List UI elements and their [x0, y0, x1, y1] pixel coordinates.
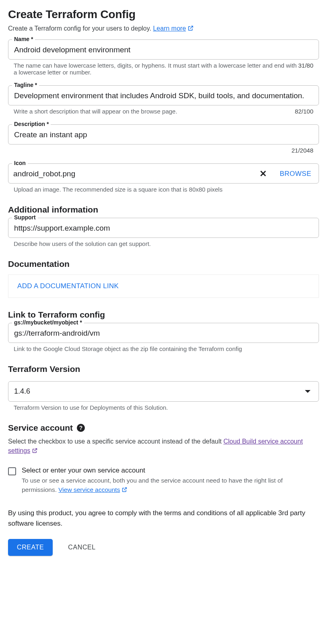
icon-helper: Upload an image. The recommended size is… — [14, 186, 319, 193]
own-service-account-sub: To use or see a service account, both yo… — [22, 476, 319, 494]
tagline-label: Tagline * — [12, 82, 39, 88]
tagline-input[interactable] — [13, 91, 314, 101]
external-link-icon — [121, 487, 128, 493]
documentation-section-title: Documentation — [8, 259, 319, 269]
subtitle: Create a Terraform config for your users… — [8, 25, 319, 32]
external-link-icon — [32, 448, 38, 454]
chevron-down-icon — [305, 390, 311, 393]
icon-label: Icon — [12, 160, 28, 166]
support-label: Support — [12, 214, 38, 221]
support-helper: Describe how users of the solution can g… — [14, 240, 319, 247]
name-helper: The name can have lowercase letters, dig… — [14, 62, 298, 76]
description-counter: 21/2048 — [292, 147, 313, 154]
subtitle-text: Create a Terraform config for your users… — [8, 25, 153, 32]
own-service-account-label: Select or enter your own service account — [22, 466, 319, 475]
additional-section-title: Additional information — [8, 205, 319, 215]
tflink-helper: Link to the Google Cloud Storage object … — [14, 345, 319, 352]
name-label: Name * — [12, 36, 35, 42]
tfversion-section-title: Terraform Version — [8, 364, 319, 374]
support-input[interactable] — [13, 223, 314, 233]
close-icon: ✕ — [259, 169, 267, 179]
view-service-accounts-link[interactable]: View service accounts — [58, 486, 128, 493]
tagline-counter: 82/100 — [295, 108, 313, 115]
learn-more-link[interactable]: Learn more — [153, 25, 194, 32]
description-label: Description * — [12, 121, 51, 127]
help-icon[interactable]: ? — [77, 424, 85, 432]
name-input[interactable] — [13, 45, 314, 55]
name-counter: 31/80 — [298, 62, 313, 76]
add-documentation-link-button[interactable]: ADD A DOCUMENTATION LINK — [17, 282, 119, 290]
tflink-label: gs://mybucket/myobject * — [12, 319, 84, 326]
clear-icon-button[interactable]: ✕ — [255, 169, 271, 179]
tfversion-value: 1.4.6 — [14, 387, 30, 396]
own-service-account-checkbox[interactable] — [8, 467, 16, 475]
tagline-helper: Write a short description that will appe… — [14, 108, 295, 115]
tfversion-select[interactable]: 1.4.6 — [8, 381, 319, 402]
browse-button[interactable]: BROWSE — [274, 170, 314, 178]
external-link-icon — [187, 25, 194, 31]
page-title: Create Terraform Config — [8, 8, 319, 21]
tos-text: By using this product, you agree to comp… — [8, 508, 319, 528]
service-desc: Select the checkbox to use a specific se… — [8, 437, 319, 455]
tflink-section-title: Link to Terraform config — [8, 310, 319, 320]
create-button[interactable]: CREATE — [8, 539, 53, 556]
tflink-input[interactable] — [13, 328, 314, 338]
description-input[interactable] — [13, 130, 314, 140]
cancel-button[interactable]: CANCEL — [66, 543, 98, 551]
service-account-section-title: Service account — [8, 423, 73, 433]
icon-filename: android_robot.png — [13, 169, 252, 178]
tfversion-helper: Terraform Version to use for Deployments… — [14, 404, 319, 411]
